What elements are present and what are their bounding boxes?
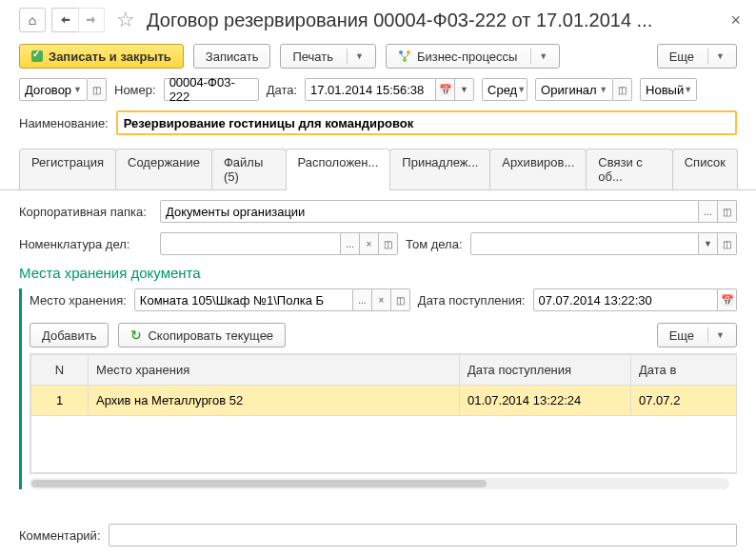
- chevron-down-icon: ▼: [530, 49, 547, 64]
- refresh-icon: ↻: [130, 328, 142, 343]
- chevron-down-icon: ▼: [347, 49, 364, 64]
- type-select[interactable]: Договор▼: [19, 78, 88, 101]
- nom-label: Номенклатура дел:: [19, 237, 152, 251]
- cell-place: Архив на Металлургов 52: [89, 386, 460, 416]
- num-label: Номер:: [114, 83, 156, 97]
- tab-archive[interactable]: Архивиров...: [489, 149, 587, 189]
- calendar-icon: 📅: [721, 294, 734, 307]
- table-more-label: Еще: [669, 328, 694, 343]
- tab-files[interactable]: Файлы (5): [211, 149, 287, 189]
- place-label: Место хранения:: [30, 293, 127, 308]
- copy-label: Скопировать текущее: [148, 328, 273, 343]
- save-close-button[interactable]: Записать и закрыть: [19, 44, 184, 69]
- priority-select[interactable]: Сред▼: [482, 78, 527, 101]
- tab-relations[interactable]: Связи с об...: [586, 149, 672, 189]
- chevron-down-icon: ▼: [460, 85, 468, 94]
- nom-clear-button[interactable]: ×: [360, 232, 379, 255]
- bp-icon: [398, 50, 411, 63]
- bp-button[interactable]: Бизнес-процессы▼: [386, 44, 560, 69]
- favorite-star[interactable]: ☆: [116, 8, 135, 32]
- tab-location[interactable]: Расположен...: [286, 149, 391, 189]
- chevron-down-icon: ▼: [599, 85, 607, 94]
- print-label: Печать: [292, 50, 333, 64]
- table-row[interactable]: 1 Архив на Металлургов 52 01.07.2014 13:…: [31, 386, 738, 416]
- storage-table: N Место хранения Дата поступления Дата в…: [30, 354, 737, 473]
- tom-caret-button[interactable]: ▼: [699, 232, 718, 255]
- chevron-down-icon: ▼: [73, 85, 82, 94]
- back-button[interactable]: 🠘: [51, 8, 78, 32]
- print-button[interactable]: Печать▼: [280, 44, 376, 69]
- open-icon: ◫: [618, 85, 627, 95]
- comm-input[interactable]: [109, 524, 738, 546]
- save-close-label: Записать и закрыть: [49, 50, 171, 64]
- corp-open-button[interactable]: ◫: [718, 200, 737, 223]
- place-clear-button[interactable]: ×: [372, 288, 391, 311]
- date-in-input[interactable]: 07.07.2014 13:22:30: [533, 288, 718, 311]
- tom-label: Том дела:: [406, 237, 463, 251]
- chevron-down-icon: ▼: [517, 85, 526, 94]
- bp-label: Бизнес-процессы: [417, 50, 517, 64]
- date-caret-button[interactable]: ▼: [455, 78, 474, 101]
- svg-point-1: [407, 50, 410, 54]
- table-more-button[interactable]: Еще▼: [657, 323, 737, 348]
- cell-out: 07.07.2: [631, 386, 738, 416]
- chevron-down-icon: ▼: [684, 85, 692, 94]
- col-n[interactable]: N: [31, 355, 89, 386]
- h-scrollbar[interactable]: [30, 478, 729, 489]
- home-button[interactable]: ⌂: [19, 8, 46, 32]
- nom-open-button[interactable]: ◫: [379, 232, 398, 255]
- tab-registration[interactable]: Регистрация: [19, 149, 116, 189]
- col-date[interactable]: Дата поступления: [460, 355, 631, 386]
- comm-label: Комментарий:: [19, 528, 101, 543]
- name-input[interactable]: Резервирование гостиницы для командирово…: [116, 110, 737, 135]
- add-button[interactable]: Добавить: [30, 323, 109, 348]
- col-place[interactable]: Место хранения: [89, 355, 460, 386]
- chevron-down-icon: ▼: [704, 239, 712, 248]
- date-in-label: Дата поступления:: [418, 293, 526, 308]
- place-browse-button[interactable]: ...: [353, 288, 372, 311]
- corp-input[interactable]: Документы организации: [160, 200, 699, 223]
- open-icon: ◫: [92, 85, 101, 95]
- num-input[interactable]: 00004-Ф03-222: [164, 78, 259, 101]
- scrollbar-thumb[interactable]: [31, 480, 487, 487]
- original-open-button[interactable]: ◫: [613, 78, 632, 101]
- chevron-down-icon: ▼: [707, 328, 725, 343]
- name-label: Наименование:: [19, 116, 109, 130]
- close-button[interactable]: ×: [726, 10, 745, 30]
- tab-list[interactable]: Список: [672, 149, 738, 189]
- tom-open-button[interactable]: ◫: [718, 232, 737, 255]
- original-select[interactable]: Оригинал▼: [535, 78, 613, 101]
- more-label: Еще: [669, 50, 694, 64]
- arrow-left-icon: 🠘: [60, 13, 71, 27]
- date-input[interactable]: 17.01.2014 15:56:38: [305, 78, 436, 101]
- svg-point-2: [403, 58, 407, 62]
- chevron-down-icon: ▼: [707, 49, 725, 64]
- cell-n: 1: [31, 386, 89, 416]
- copy-button[interactable]: ↻Скопировать текущее: [118, 323, 286, 348]
- date-label: Дата:: [267, 83, 297, 97]
- corp-browse-button[interactable]: ...: [699, 200, 718, 223]
- table-row-empty: [31, 416, 738, 473]
- tab-ownership[interactable]: Принадлеж...: [389, 149, 490, 189]
- forward-button: 🠚: [78, 8, 105, 32]
- cell-date: 01.07.2014 13:22:24: [460, 386, 631, 416]
- place-open-button[interactable]: ◫: [391, 288, 410, 311]
- save-button[interactable]: Записать: [193, 44, 271, 69]
- type-open-button[interactable]: ◫: [88, 78, 107, 101]
- home-icon: ⌂: [29, 12, 36, 28]
- nom-input[interactable]: [160, 232, 341, 255]
- nom-browse-button[interactable]: ...: [341, 232, 360, 255]
- corp-label: Корпоративная папка:: [19, 205, 152, 219]
- tab-content[interactable]: Содержание: [115, 149, 212, 189]
- more-button[interactable]: Еще▼: [657, 44, 737, 69]
- calendar-icon: 📅: [439, 84, 452, 96]
- open-icon: ◫: [723, 207, 731, 217]
- arrow-right-icon: 🠚: [86, 13, 97, 27]
- status-select[interactable]: Новый▼: [640, 78, 697, 101]
- open-icon: ◫: [384, 239, 392, 249]
- tom-input[interactable]: [470, 232, 699, 255]
- place-input[interactable]: Комната 105\Шкаф №1\Полка Б: [134, 288, 353, 311]
- col-out[interactable]: Дата в: [631, 355, 738, 386]
- calendar-button[interactable]: 📅: [436, 78, 455, 101]
- date-in-cal-button[interactable]: 📅: [718, 288, 737, 311]
